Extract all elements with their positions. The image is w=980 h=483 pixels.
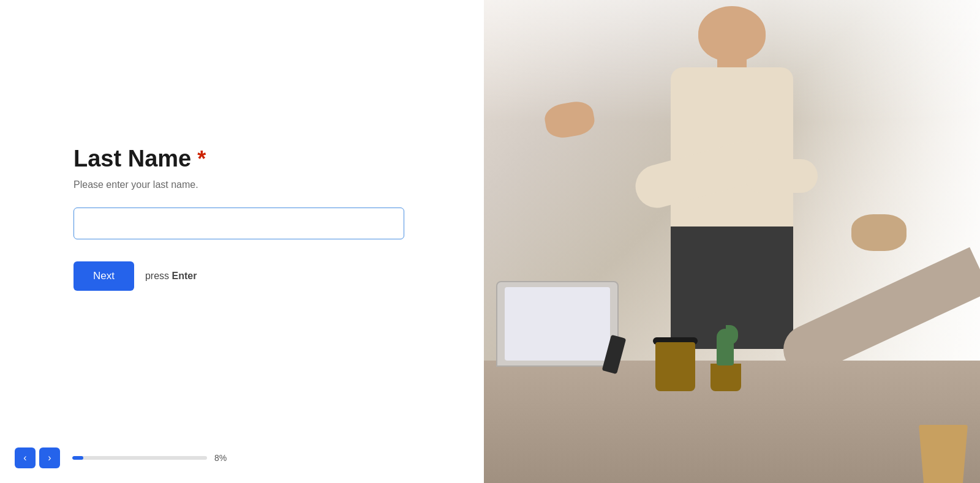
next-button[interactable]: Next: [74, 261, 134, 291]
progress-bar-fill: [72, 456, 83, 460]
actions-row: Next press Enter: [74, 261, 410, 291]
coffee-cup-2: [919, 425, 968, 483]
handshake-scene: [484, 0, 980, 483]
nav-buttons: ‹ ›: [15, 447, 60, 468]
form-panel: Last Name * Please enter your last name.…: [0, 0, 484, 483]
field-description: Please enter your last name.: [74, 179, 410, 190]
person-torso: [671, 67, 793, 239]
next-nav-button[interactable]: ›: [39, 447, 60, 468]
laptop: [496, 281, 619, 367]
chevron-right-icon: ›: [48, 452, 51, 463]
image-panel: [484, 0, 980, 483]
bottom-bar: ‹ › 8%: [0, 436, 484, 483]
cactus-pot: [710, 364, 741, 391]
laptop-screen: [505, 287, 610, 361]
person-arm-right: [744, 159, 818, 193]
chevron-left-icon: ‹: [23, 452, 26, 463]
progress-container: 8%: [72, 453, 469, 463]
coffee-cup-1: [655, 342, 695, 391]
press-hint-key: Enter: [172, 271, 197, 281]
prev-button[interactable]: ‹: [15, 447, 36, 468]
press-hint: press Enter: [145, 271, 197, 282]
progress-bar-track: [72, 456, 207, 460]
required-star: *: [197, 146, 206, 172]
other-person-hand: [851, 214, 907, 251]
press-hint-prefix: press: [145, 271, 172, 281]
last-name-input[interactable]: [74, 208, 404, 239]
form-area: Last Name * Please enter your last name.…: [0, 0, 484, 436]
field-title: Last Name *: [74, 146, 410, 172]
field-title-text: Last Name: [74, 146, 191, 172]
progress-label: 8%: [214, 453, 227, 463]
